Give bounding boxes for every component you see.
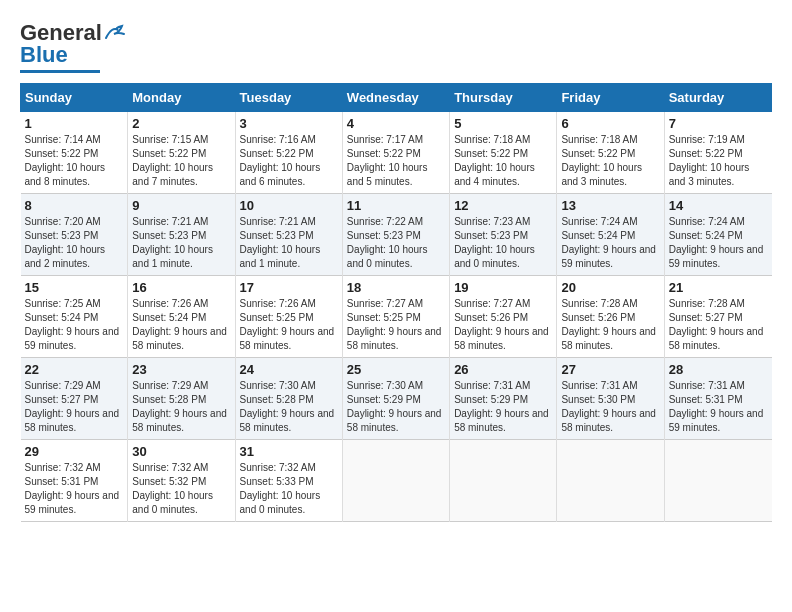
day-info: Sunrise: 7:22 AMSunset: 5:23 PMDaylight:…	[347, 215, 445, 271]
logo-bird-icon	[104, 24, 126, 42]
calendar-cell: 6Sunrise: 7:18 AMSunset: 5:22 PMDaylight…	[557, 112, 664, 194]
page-header: General Blue	[20, 20, 772, 73]
day-info: Sunrise: 7:16 AMSunset: 5:22 PMDaylight:…	[240, 133, 338, 189]
calendar-cell: 16Sunrise: 7:26 AMSunset: 5:24 PMDayligh…	[128, 276, 235, 358]
calendar-cell: 9Sunrise: 7:21 AMSunset: 5:23 PMDaylight…	[128, 194, 235, 276]
calendar-cell: 13Sunrise: 7:24 AMSunset: 5:24 PMDayligh…	[557, 194, 664, 276]
week-row-1: 1Sunrise: 7:14 AMSunset: 5:22 PMDaylight…	[21, 112, 772, 194]
calendar-cell: 8Sunrise: 7:20 AMSunset: 5:23 PMDaylight…	[21, 194, 128, 276]
day-info: Sunrise: 7:29 AMSunset: 5:27 PMDaylight:…	[25, 379, 124, 435]
day-number: 4	[347, 116, 445, 131]
day-info: Sunrise: 7:23 AMSunset: 5:23 PMDaylight:…	[454, 215, 552, 271]
calendar-cell: 14Sunrise: 7:24 AMSunset: 5:24 PMDayligh…	[664, 194, 771, 276]
day-info: Sunrise: 7:17 AMSunset: 5:22 PMDaylight:…	[347, 133, 445, 189]
day-info: Sunrise: 7:26 AMSunset: 5:25 PMDaylight:…	[240, 297, 338, 353]
day-info: Sunrise: 7:19 AMSunset: 5:22 PMDaylight:…	[669, 133, 768, 189]
day-info: Sunrise: 7:18 AMSunset: 5:22 PMDaylight:…	[454, 133, 552, 189]
calendar-cell: 28Sunrise: 7:31 AMSunset: 5:31 PMDayligh…	[664, 358, 771, 440]
calendar-cell	[450, 440, 557, 522]
logo-blue: Blue	[20, 42, 68, 68]
day-number: 21	[669, 280, 768, 295]
day-number: 28	[669, 362, 768, 377]
day-number: 13	[561, 198, 659, 213]
day-number: 31	[240, 444, 338, 459]
calendar-cell: 30Sunrise: 7:32 AMSunset: 5:32 PMDayligh…	[128, 440, 235, 522]
calendar-cell: 10Sunrise: 7:21 AMSunset: 5:23 PMDayligh…	[235, 194, 342, 276]
logo-underline	[20, 70, 100, 73]
logo: General Blue	[20, 20, 126, 73]
day-info: Sunrise: 7:27 AMSunset: 5:26 PMDaylight:…	[454, 297, 552, 353]
calendar-cell: 4Sunrise: 7:17 AMSunset: 5:22 PMDaylight…	[342, 112, 449, 194]
calendar-cell: 5Sunrise: 7:18 AMSunset: 5:22 PMDaylight…	[450, 112, 557, 194]
calendar-cell: 26Sunrise: 7:31 AMSunset: 5:29 PMDayligh…	[450, 358, 557, 440]
header-day-friday: Friday	[557, 84, 664, 112]
day-number: 30	[132, 444, 230, 459]
calendar-table: SundayMondayTuesdayWednesdayThursdayFrid…	[20, 83, 772, 522]
header-day-wednesday: Wednesday	[342, 84, 449, 112]
calendar-cell	[557, 440, 664, 522]
day-number: 12	[454, 198, 552, 213]
calendar-cell: 17Sunrise: 7:26 AMSunset: 5:25 PMDayligh…	[235, 276, 342, 358]
calendar-cell	[342, 440, 449, 522]
day-info: Sunrise: 7:15 AMSunset: 5:22 PMDaylight:…	[132, 133, 230, 189]
day-number: 18	[347, 280, 445, 295]
header-day-monday: Monday	[128, 84, 235, 112]
day-info: Sunrise: 7:30 AMSunset: 5:28 PMDaylight:…	[240, 379, 338, 435]
day-number: 15	[25, 280, 124, 295]
day-info: Sunrise: 7:30 AMSunset: 5:29 PMDaylight:…	[347, 379, 445, 435]
day-number: 29	[25, 444, 124, 459]
week-row-4: 22Sunrise: 7:29 AMSunset: 5:27 PMDayligh…	[21, 358, 772, 440]
calendar-cell: 27Sunrise: 7:31 AMSunset: 5:30 PMDayligh…	[557, 358, 664, 440]
day-number: 11	[347, 198, 445, 213]
calendar-cell	[664, 440, 771, 522]
day-number: 20	[561, 280, 659, 295]
day-info: Sunrise: 7:28 AMSunset: 5:27 PMDaylight:…	[669, 297, 768, 353]
header-day-sunday: Sunday	[21, 84, 128, 112]
day-info: Sunrise: 7:14 AMSunset: 5:22 PMDaylight:…	[25, 133, 124, 189]
day-info: Sunrise: 7:32 AMSunset: 5:32 PMDaylight:…	[132, 461, 230, 517]
week-row-2: 8Sunrise: 7:20 AMSunset: 5:23 PMDaylight…	[21, 194, 772, 276]
day-info: Sunrise: 7:24 AMSunset: 5:24 PMDaylight:…	[669, 215, 768, 271]
day-number: 16	[132, 280, 230, 295]
day-number: 14	[669, 198, 768, 213]
day-info: Sunrise: 7:28 AMSunset: 5:26 PMDaylight:…	[561, 297, 659, 353]
day-number: 17	[240, 280, 338, 295]
day-number: 2	[132, 116, 230, 131]
calendar-cell: 24Sunrise: 7:30 AMSunset: 5:28 PMDayligh…	[235, 358, 342, 440]
day-number: 7	[669, 116, 768, 131]
day-number: 10	[240, 198, 338, 213]
day-info: Sunrise: 7:21 AMSunset: 5:23 PMDaylight:…	[132, 215, 230, 271]
calendar-cell: 25Sunrise: 7:30 AMSunset: 5:29 PMDayligh…	[342, 358, 449, 440]
calendar-cell: 3Sunrise: 7:16 AMSunset: 5:22 PMDaylight…	[235, 112, 342, 194]
calendar-cell: 22Sunrise: 7:29 AMSunset: 5:27 PMDayligh…	[21, 358, 128, 440]
day-info: Sunrise: 7:32 AMSunset: 5:33 PMDaylight:…	[240, 461, 338, 517]
calendar-cell: 29Sunrise: 7:32 AMSunset: 5:31 PMDayligh…	[21, 440, 128, 522]
day-number: 8	[25, 198, 124, 213]
day-number: 3	[240, 116, 338, 131]
header-day-saturday: Saturday	[664, 84, 771, 112]
day-info: Sunrise: 7:31 AMSunset: 5:30 PMDaylight:…	[561, 379, 659, 435]
calendar-header-row: SundayMondayTuesdayWednesdayThursdayFrid…	[21, 84, 772, 112]
day-number: 26	[454, 362, 552, 377]
day-info: Sunrise: 7:32 AMSunset: 5:31 PMDaylight:…	[25, 461, 124, 517]
day-info: Sunrise: 7:24 AMSunset: 5:24 PMDaylight:…	[561, 215, 659, 271]
calendar-cell: 15Sunrise: 7:25 AMSunset: 5:24 PMDayligh…	[21, 276, 128, 358]
calendar-cell: 7Sunrise: 7:19 AMSunset: 5:22 PMDaylight…	[664, 112, 771, 194]
day-info: Sunrise: 7:25 AMSunset: 5:24 PMDaylight:…	[25, 297, 124, 353]
calendar-cell: 12Sunrise: 7:23 AMSunset: 5:23 PMDayligh…	[450, 194, 557, 276]
calendar-cell: 31Sunrise: 7:32 AMSunset: 5:33 PMDayligh…	[235, 440, 342, 522]
day-number: 19	[454, 280, 552, 295]
day-info: Sunrise: 7:27 AMSunset: 5:25 PMDaylight:…	[347, 297, 445, 353]
day-number: 23	[132, 362, 230, 377]
header-day-tuesday: Tuesday	[235, 84, 342, 112]
calendar-cell: 21Sunrise: 7:28 AMSunset: 5:27 PMDayligh…	[664, 276, 771, 358]
day-info: Sunrise: 7:31 AMSunset: 5:29 PMDaylight:…	[454, 379, 552, 435]
day-info: Sunrise: 7:26 AMSunset: 5:24 PMDaylight:…	[132, 297, 230, 353]
week-row-5: 29Sunrise: 7:32 AMSunset: 5:31 PMDayligh…	[21, 440, 772, 522]
day-number: 27	[561, 362, 659, 377]
header-day-thursday: Thursday	[450, 84, 557, 112]
calendar-cell: 23Sunrise: 7:29 AMSunset: 5:28 PMDayligh…	[128, 358, 235, 440]
calendar-cell: 11Sunrise: 7:22 AMSunset: 5:23 PMDayligh…	[342, 194, 449, 276]
calendar-cell: 19Sunrise: 7:27 AMSunset: 5:26 PMDayligh…	[450, 276, 557, 358]
calendar-cell: 1Sunrise: 7:14 AMSunset: 5:22 PMDaylight…	[21, 112, 128, 194]
